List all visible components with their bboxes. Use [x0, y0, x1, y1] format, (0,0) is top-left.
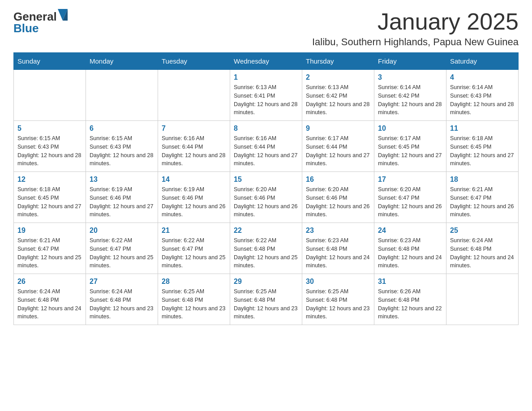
day-info: Sunrise: 6:22 AMSunset: 6:47 PMDaylight:…	[162, 236, 226, 270]
day-info: Sunrise: 6:26 AMSunset: 6:48 PMDaylight:…	[378, 287, 442, 321]
day-info: Sunrise: 6:24 AMSunset: 6:48 PMDaylight:…	[450, 236, 515, 270]
calendar-table: SundayMondayTuesdayWednesdayThursdayFrid…	[13, 52, 519, 325]
day-number: 16	[306, 176, 370, 184]
calendar-cell: 29Sunrise: 6:25 AMSunset: 6:48 PMDayligh…	[230, 274, 302, 325]
calendar-week-5: 26Sunrise: 6:24 AMSunset: 6:48 PMDayligh…	[14, 274, 519, 325]
weekday-header-friday: Friday	[374, 53, 446, 70]
day-number: 17	[378, 176, 442, 184]
day-number: 31	[378, 278, 442, 286]
day-info: Sunrise: 6:19 AMSunset: 6:46 PMDaylight:…	[90, 185, 154, 219]
calendar-cell: 15Sunrise: 6:20 AMSunset: 6:46 PMDayligh…	[230, 172, 302, 223]
calendar-body: 1Sunrise: 6:13 AMSunset: 6:41 PMDaylight…	[14, 70, 519, 325]
calendar-cell: 9Sunrise: 6:17 AMSunset: 6:44 PMDaylight…	[302, 121, 374, 172]
day-number: 14	[162, 176, 226, 184]
day-number: 23	[306, 227, 370, 235]
day-info: Sunrise: 6:24 AMSunset: 6:48 PMDaylight:…	[17, 287, 82, 321]
weekday-header-saturday: Saturday	[446, 53, 519, 70]
day-number: 9	[306, 124, 370, 133]
location-title: Ialibu, Southern Highlands, Papua New Gu…	[312, 36, 519, 48]
calendar-cell: 13Sunrise: 6:19 AMSunset: 6:46 PMDayligh…	[86, 172, 158, 223]
calendar-cell: 31Sunrise: 6:26 AMSunset: 6:48 PMDayligh…	[374, 274, 446, 325]
calendar-cell: 23Sunrise: 6:23 AMSunset: 6:48 PMDayligh…	[302, 223, 374, 274]
calendar-cell: 18Sunrise: 6:21 AMSunset: 6:47 PMDayligh…	[446, 172, 519, 223]
day-info: Sunrise: 6:25 AMSunset: 6:48 PMDaylight:…	[234, 287, 298, 321]
calendar-cell: 8Sunrise: 6:16 AMSunset: 6:44 PMDaylight…	[230, 121, 302, 172]
calendar-cell: 28Sunrise: 6:25 AMSunset: 6:48 PMDayligh…	[158, 274, 230, 325]
day-number: 11	[450, 124, 515, 133]
calendar-cell: 27Sunrise: 6:24 AMSunset: 6:48 PMDayligh…	[86, 274, 158, 325]
day-info: Sunrise: 6:25 AMSunset: 6:48 PMDaylight:…	[162, 287, 226, 321]
calendar-cell: 21Sunrise: 6:22 AMSunset: 6:47 PMDayligh…	[158, 223, 230, 274]
day-number: 4	[450, 73, 515, 81]
calendar-cell: 10Sunrise: 6:17 AMSunset: 6:45 PMDayligh…	[374, 121, 446, 172]
day-info: Sunrise: 6:16 AMSunset: 6:44 PMDaylight:…	[234, 134, 298, 168]
day-info: Sunrise: 6:21 AMSunset: 6:47 PMDaylight:…	[17, 236, 82, 270]
day-number: 1	[234, 73, 298, 81]
weekday-header-thursday: Thursday	[302, 53, 374, 70]
day-info: Sunrise: 6:15 AMSunset: 6:43 PMDaylight:…	[17, 134, 82, 168]
logo: General Blue	[13, 9, 68, 34]
day-info: Sunrise: 6:23 AMSunset: 6:48 PMDaylight:…	[378, 236, 442, 270]
day-number: 26	[17, 278, 82, 286]
day-info: Sunrise: 6:14 AMSunset: 6:43 PMDaylight:…	[450, 83, 515, 117]
page-header: General Blue January 2025 Ialibu, Southe…	[13, 9, 519, 48]
calendar-cell: 11Sunrise: 6:18 AMSunset: 6:45 PMDayligh…	[446, 121, 519, 172]
day-number: 20	[90, 227, 154, 235]
day-number: 25	[450, 227, 515, 235]
calendar-cell: 20Sunrise: 6:22 AMSunset: 6:47 PMDayligh…	[86, 223, 158, 274]
day-info: Sunrise: 6:14 AMSunset: 6:42 PMDaylight:…	[378, 83, 442, 117]
month-title: January 2025	[312, 9, 519, 34]
calendar-cell: 6Sunrise: 6:15 AMSunset: 6:43 PMDaylight…	[86, 121, 158, 172]
day-number: 15	[234, 176, 298, 184]
day-number: 8	[234, 124, 298, 133]
weekday-header-wednesday: Wednesday	[230, 53, 302, 70]
day-number: 22	[234, 227, 298, 235]
calendar-cell: 1Sunrise: 6:13 AMSunset: 6:41 PMDaylight…	[230, 70, 302, 121]
day-info: Sunrise: 6:17 AMSunset: 6:45 PMDaylight:…	[378, 134, 442, 168]
calendar-header: SundayMondayTuesdayWednesdayThursdayFrid…	[14, 53, 519, 70]
weekday-header-monday: Monday	[86, 53, 158, 70]
day-info: Sunrise: 6:13 AMSunset: 6:42 PMDaylight:…	[306, 83, 370, 117]
calendar-week-3: 12Sunrise: 6:18 AMSunset: 6:45 PMDayligh…	[14, 172, 519, 223]
day-number: 6	[90, 124, 154, 133]
calendar-week-2: 5Sunrise: 6:15 AMSunset: 6:43 PMDaylight…	[14, 121, 519, 172]
day-number: 2	[306, 73, 370, 81]
day-info: Sunrise: 6:16 AMSunset: 6:44 PMDaylight:…	[162, 134, 226, 168]
calendar-cell: 22Sunrise: 6:22 AMSunset: 6:48 PMDayligh…	[230, 223, 302, 274]
day-number: 27	[90, 278, 154, 286]
day-number: 24	[378, 227, 442, 235]
day-number: 12	[17, 176, 82, 184]
logo-blue-text: Blue	[13, 21, 39, 35]
calendar-week-1: 1Sunrise: 6:13 AMSunset: 6:41 PMDaylight…	[14, 70, 519, 121]
calendar-cell: 3Sunrise: 6:14 AMSunset: 6:42 PMDaylight…	[374, 70, 446, 121]
calendar-cell: 4Sunrise: 6:14 AMSunset: 6:43 PMDaylight…	[446, 70, 519, 121]
calendar-cell	[86, 70, 158, 121]
day-info: Sunrise: 6:20 AMSunset: 6:47 PMDaylight:…	[378, 185, 442, 219]
day-info: Sunrise: 6:18 AMSunset: 6:45 PMDaylight:…	[450, 134, 515, 168]
calendar-cell: 17Sunrise: 6:20 AMSunset: 6:47 PMDayligh…	[374, 172, 446, 223]
day-info: Sunrise: 6:22 AMSunset: 6:47 PMDaylight:…	[90, 236, 154, 270]
day-number: 19	[17, 227, 82, 235]
calendar-cell: 14Sunrise: 6:19 AMSunset: 6:46 PMDayligh…	[158, 172, 230, 223]
day-info: Sunrise: 6:17 AMSunset: 6:44 PMDaylight:…	[306, 134, 370, 168]
day-info: Sunrise: 6:13 AMSunset: 6:41 PMDaylight:…	[234, 83, 298, 117]
day-info: Sunrise: 6:22 AMSunset: 6:48 PMDaylight:…	[234, 236, 298, 270]
day-number: 5	[17, 124, 82, 133]
calendar-cell: 19Sunrise: 6:21 AMSunset: 6:47 PMDayligh…	[14, 223, 86, 274]
logo-triangle-icon	[58, 9, 68, 21]
day-number: 13	[90, 176, 154, 184]
calendar-cell	[446, 274, 519, 325]
calendar-week-4: 19Sunrise: 6:21 AMSunset: 6:47 PMDayligh…	[14, 223, 519, 274]
day-info: Sunrise: 6:24 AMSunset: 6:48 PMDaylight:…	[90, 287, 154, 321]
calendar-cell: 12Sunrise: 6:18 AMSunset: 6:45 PMDayligh…	[14, 172, 86, 223]
day-number: 28	[162, 278, 226, 286]
day-number: 21	[162, 227, 226, 235]
calendar-cell: 26Sunrise: 6:24 AMSunset: 6:48 PMDayligh…	[14, 274, 86, 325]
day-info: Sunrise: 6:25 AMSunset: 6:48 PMDaylight:…	[306, 287, 370, 321]
calendar-cell: 30Sunrise: 6:25 AMSunset: 6:48 PMDayligh…	[302, 274, 374, 325]
day-number: 18	[450, 176, 515, 184]
day-number: 29	[234, 278, 298, 286]
calendar-cell: 5Sunrise: 6:15 AMSunset: 6:43 PMDaylight…	[14, 121, 86, 172]
weekday-header-tuesday: Tuesday	[158, 53, 230, 70]
calendar-cell	[158, 70, 230, 121]
